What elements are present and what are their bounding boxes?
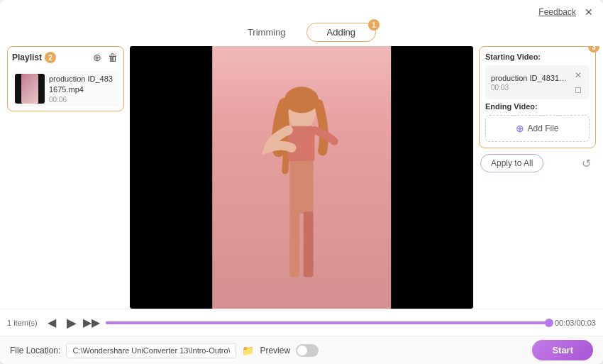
svg-rect-3 — [289, 161, 313, 214]
main-area: Playlist 2 ⊕ 🗑 production ID_4831675.mp4… — [0, 46, 603, 309]
feedback-link[interactable]: Feedback — [538, 7, 576, 17]
playlist-item[interactable]: production ID_4831675.mp4 00:06 — [12, 71, 119, 106]
playlist-item-name: production ID_4831675.mp4 — [49, 74, 116, 94]
refresh-button[interactable]: ↺ — [577, 155, 594, 172]
apply-all-button[interactable]: Apply to All — [480, 154, 543, 172]
progress-bar[interactable] — [106, 321, 549, 324]
starting-video-folder-button[interactable]: ◻ — [572, 84, 584, 95]
tab-adding-badge: 1 — [368, 19, 380, 31]
progress-thumb — [545, 319, 553, 327]
playlist-badge: 2 — [45, 52, 56, 63]
bottom-controls: 1 item(s) ◀ ▶ ▶▶ 00:03/00:03 — [0, 309, 603, 336]
next-frame-button[interactable]: ▶▶ — [83, 314, 100, 331]
svg-point-1 — [284, 87, 319, 113]
time-display: 00:03/00:03 — [555, 319, 596, 327]
tab-trimming[interactable]: Trimming — [227, 23, 306, 42]
play-button[interactable]: ▶ — [63, 314, 80, 331]
video-person-svg — [212, 46, 391, 309]
progress-bar-fill — [106, 321, 549, 324]
playlist-panel: Playlist 2 ⊕ 🗑 production ID_4831675.mp4… — [7, 46, 124, 111]
preview-toggle[interactable] — [296, 344, 319, 357]
playlist-delete-button[interactable]: 🗑 — [106, 51, 119, 64]
add-file-button[interactable]: ⊕ Add File — [485, 115, 590, 142]
tabs-row: Trimming Adding 1 — [0, 20, 603, 46]
right-panel-badge: 3 — [588, 46, 599, 53]
file-location-label: File Location: — [10, 346, 60, 355]
playlist-add-button[interactable]: ⊕ — [91, 51, 104, 64]
footer: File Location: 📁 Preview Start — [0, 336, 603, 364]
playlist-thumbnail — [15, 74, 45, 104]
prev-frame-button[interactable]: ◀ — [43, 314, 60, 331]
video-frame — [212, 46, 391, 309]
tab-adding[interactable]: Adding 1 — [306, 23, 376, 42]
add-file-icon: ⊕ — [516, 123, 524, 134]
playlist-title: Playlist — [12, 53, 42, 62]
transport-controls: ◀ ▶ ▶▶ — [43, 314, 100, 331]
starting-video-close-button[interactable]: ✕ — [572, 70, 584, 81]
starting-video-label: Starting Video: — [485, 53, 590, 61]
video-area — [130, 46, 473, 309]
preview-label: Preview — [260, 346, 290, 355]
ending-video-label: Ending Video: — [485, 102, 590, 111]
svg-rect-4 — [289, 211, 299, 277]
toggle-knob — [297, 346, 307, 355]
browse-folder-button[interactable]: 📁 — [242, 345, 254, 356]
item-count: 1 item(s) — [7, 319, 38, 327]
starting-video-name: production ID_4831675... — [491, 74, 570, 82]
svg-rect-5 — [304, 211, 314, 277]
title-bar: Feedback ✕ — [0, 0, 603, 20]
playlist-item-duration: 00:06 — [49, 96, 116, 104]
starting-video-time: 00:03 — [491, 84, 570, 92]
apply-all-row: Apply to All ↺ — [479, 154, 596, 172]
close-button[interactable]: ✕ — [583, 6, 594, 18]
start-button[interactable]: Start — [532, 340, 593, 360]
right-panel: 3 Starting Video: production ID_4831675.… — [479, 46, 596, 309]
playlist-header: Playlist 2 ⊕ 🗑 — [12, 51, 119, 64]
file-location-input[interactable] — [66, 343, 236, 358]
starting-video-item: production ID_4831675... 00:03 ✕ ◻ — [485, 65, 590, 99]
starting-video-section: 3 Starting Video: production ID_4831675.… — [479, 46, 596, 148]
